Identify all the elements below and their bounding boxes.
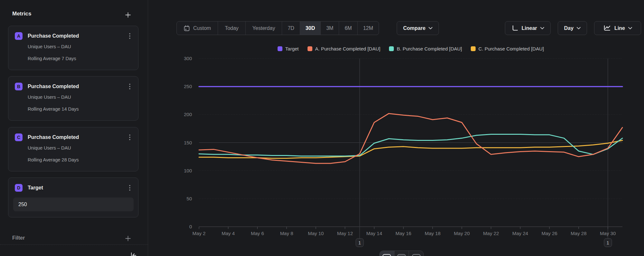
date-range-option-yesterday[interactable]: Yesterday xyxy=(246,22,282,35)
metric-card-menu-button[interactable] xyxy=(127,82,133,91)
chart-type-selector-label: Line xyxy=(614,25,625,31)
view-switch-chart-table-option[interactable] xyxy=(394,251,409,256)
interval-selector-button[interactable]: Day xyxy=(558,21,587,35)
linear-axis-icon xyxy=(511,25,518,32)
metric-card-title: Purchase Completed xyxy=(28,134,79,140)
chart-display-controls: Linear Day Line xyxy=(505,21,641,35)
x-axis-tick-label: May 2 xyxy=(193,231,206,236)
metric-rolling-average-label: Rolling Average 14 Days xyxy=(28,106,79,112)
date-range-option-label: 6M xyxy=(345,25,352,31)
x-axis-tick-label: May 8 xyxy=(280,231,293,236)
filter-header-title: Filter xyxy=(12,235,25,241)
x-axis-tick-label: May 12 xyxy=(337,231,353,236)
date-range-option-7d[interactable]: 7D xyxy=(282,22,300,35)
x-axis-tick-label: May 26 xyxy=(542,231,557,236)
metric-card-title: Target xyxy=(28,185,43,191)
date-range-option-label: 30D xyxy=(306,25,315,31)
series-line-a[interactable] xyxy=(199,114,622,163)
metric-measure-label: Unique Users – DAU xyxy=(28,95,71,100)
metric-measure-label: Unique Users – DAU xyxy=(28,44,71,49)
table-view-icon xyxy=(412,254,421,256)
metric-card-b[interactable]: BPurchase CompletedUnique Users – DAURol… xyxy=(8,76,138,121)
metric-badge: A xyxy=(15,32,23,40)
kebab-menu-icon xyxy=(129,33,130,39)
compare-button[interactable]: Compare xyxy=(397,21,439,35)
plus-icon xyxy=(125,12,131,18)
interval-selector-label: Day xyxy=(564,25,573,31)
x-axis-tick-label: May 20 xyxy=(454,231,470,236)
metric-card-menu-button[interactable] xyxy=(127,184,133,192)
date-range-option-3m[interactable]: 3M xyxy=(321,22,339,35)
sidebar: Metrics APurchase CompletedUnique Users … xyxy=(0,0,148,256)
view-switch-chart-option[interactable] xyxy=(380,251,394,256)
scale-selector-button[interactable]: Linear xyxy=(505,21,551,35)
date-range-option-label: Today xyxy=(225,25,239,31)
metric-card-a[interactable]: APurchase CompletedUnique Users – DAURol… xyxy=(8,26,138,70)
metric-card-title: Purchase Completed xyxy=(28,84,79,89)
metric-badge: D xyxy=(15,184,23,192)
chevron-down-icon xyxy=(577,27,581,30)
scale-selector-label: Linear xyxy=(522,25,537,31)
line-chart-canvas[interactable]: 050100150200250300May 2May 4May 6May 8Ma… xyxy=(148,41,644,247)
metric-card-title: Purchase Completed xyxy=(28,33,79,39)
metric-card-d[interactable]: DTarget xyxy=(8,178,138,217)
metric-card-menu-button[interactable] xyxy=(127,133,133,142)
chart-view-icon xyxy=(383,254,391,256)
x-axis-tick-label: May 22 xyxy=(483,231,499,236)
y-axis-tick-label: 150 xyxy=(184,140,192,145)
date-range-option-12m[interactable]: 12M xyxy=(358,22,379,35)
chart-view-switch xyxy=(379,251,424,256)
y-axis-tick-label: 50 xyxy=(186,196,192,201)
chevron-down-icon xyxy=(429,27,432,30)
x-axis-tick-label: May 10 xyxy=(308,231,324,236)
calendar-icon xyxy=(184,25,190,32)
kebab-menu-icon xyxy=(129,134,130,140)
target-value-input[interactable] xyxy=(13,197,134,211)
y-axis-tick-label: 250 xyxy=(184,84,192,89)
add-metric-button[interactable] xyxy=(123,10,132,19)
date-range-option-label: Custom xyxy=(193,25,211,31)
collapse-panel-icon xyxy=(130,251,137,256)
metric-card-menu-button[interactable] xyxy=(127,32,133,40)
metric-rolling-average-label: Rolling Average 7 Days xyxy=(28,56,76,61)
x-axis-tick-label: May 6 xyxy=(251,231,264,236)
y-axis-tick-label: 100 xyxy=(184,168,192,173)
date-range-option-label: 12M xyxy=(363,25,373,31)
date-range-option-label: 7D xyxy=(288,25,294,31)
x-axis-tick-label: May 4 xyxy=(222,231,235,236)
collapse-sidebar-button[interactable] xyxy=(129,251,138,256)
x-axis-tick-label: May 28 xyxy=(571,231,586,236)
y-axis-tick-label: 300 xyxy=(184,56,192,61)
x-axis-tick-label: May 14 xyxy=(366,231,382,236)
date-range-option-custom[interactable]: Custom xyxy=(177,22,218,35)
chart-and-table-view-icon xyxy=(397,254,406,256)
metric-badge: B xyxy=(15,83,23,90)
metric-badge: C xyxy=(15,133,23,141)
date-range-option-today[interactable]: Today xyxy=(218,22,246,35)
x-axis-tick-label: May 16 xyxy=(395,231,411,236)
metric-card-c[interactable]: CPurchase CompletedUnique Users – DAURol… xyxy=(8,127,138,171)
chart-type-selector-button[interactable]: Line xyxy=(594,21,641,35)
chevron-down-icon xyxy=(540,27,544,30)
x-axis-tick-label: May 30 xyxy=(600,231,616,236)
line-chart-icon xyxy=(603,25,611,32)
date-range-option-label: Yesterday xyxy=(252,25,275,31)
view-switch-table-option[interactable] xyxy=(409,251,423,256)
sidebar-divider xyxy=(0,244,148,245)
annotation-chip[interactable]: 1 xyxy=(604,238,612,247)
y-axis-tick-label: 200 xyxy=(184,112,192,117)
series-line-b[interactable] xyxy=(199,134,622,156)
metric-rolling-average-label: Rolling Average 28 Days xyxy=(28,157,79,162)
annotation-chip[interactable]: 1 xyxy=(355,238,364,247)
metric-measure-label: Unique Users – DAU xyxy=(28,145,71,151)
compare-button-label: Compare xyxy=(403,25,425,31)
x-axis-tick-label: May 18 xyxy=(425,231,440,236)
date-range-option-label: 3M xyxy=(326,25,333,31)
date-range-option-6m[interactable]: 6M xyxy=(339,22,357,35)
kebab-menu-icon xyxy=(129,185,130,191)
y-axis-tick-label: 0 xyxy=(189,224,192,229)
date-range-option-30d[interactable]: 30D xyxy=(300,22,321,35)
chart-area[interactable]: 050100150200250300May 2May 4May 6May 8Ma… xyxy=(148,41,644,247)
metrics-dashboard: Metrics APurchase CompletedUnique Users … xyxy=(0,0,644,256)
add-filter-button[interactable] xyxy=(123,234,132,243)
